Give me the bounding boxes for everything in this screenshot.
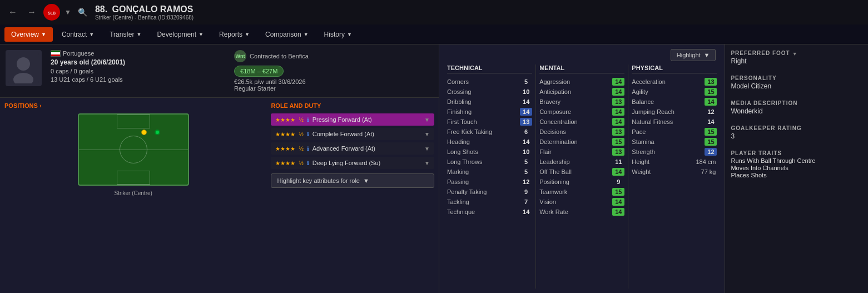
attr-name: Anticipation (539, 88, 612, 95)
attr-value: 15 (705, 138, 717, 146)
attr-row: Jumping Reach12 (632, 107, 717, 117)
attr-row: Natural Fitness14 (632, 117, 717, 127)
info-icon-2[interactable]: ℹ (307, 146, 309, 152)
attr-row: Acceleration13 (632, 77, 717, 87)
contract-info: Wnt Contracted to Benfica €18M – €27M €2… (234, 50, 309, 92)
attr-value: 13 (612, 98, 624, 106)
attr-value: 12 (705, 108, 717, 116)
attr-name: Bravery (539, 98, 612, 105)
role-chevron-2: ▼ (424, 146, 430, 152)
role-item-3[interactable]: ★★★★½ ℹ Deep Lying Forward (Su) ▼ (271, 157, 434, 169)
left-panel: Portuguese 20 years old (20/6/2001) 0 ca… (0, 44, 439, 293)
u21-caps: 13 U21 caps / 6 U21 goals (51, 76, 125, 83)
attr-name: Marking (447, 168, 520, 175)
attr-row: Leadership11 (539, 157, 624, 167)
menu-comparison[interactable]: Comparison ▼ (259, 27, 315, 42)
attr-row: Pace15 (632, 127, 717, 137)
attr-row: Weight77 kg (632, 167, 717, 177)
attr-value: 14 (520, 138, 532, 146)
chevron-down-icon: ▼ (304, 32, 309, 37)
attr-name: Off The Ball (539, 168, 612, 175)
attr-name: Teamwork (539, 188, 612, 195)
technical-attrs: Corners5Crossing10Dribbling14Finishing14… (447, 77, 532, 217)
attr-row: Long Shots10 (447, 147, 532, 157)
highlight-dropdown[interactable]: Highlight ▼ (671, 49, 716, 61)
status-text: Regular Starter (234, 85, 309, 92)
menu-contract[interactable]: Contract ▼ (55, 27, 101, 42)
player-traits-section: PLAYER TRAITS Runs With Ball Through Cen… (731, 150, 862, 178)
right-panel: PREFERRED FOOT ▼ Right PERSONALITY Model… (725, 44, 868, 293)
attr-row: Technique14 (447, 207, 532, 217)
personality-value: Model Citizen (731, 82, 862, 90)
chevron-down-icon: ▼ (199, 32, 204, 37)
attr-name: Positioning (539, 178, 612, 185)
attrs-columns: TECHNICAL Corners5Crossing10Dribbling14F… (444, 64, 720, 289)
attr-name: Dribbling (447, 98, 520, 105)
attr-value: 13 (612, 128, 624, 136)
role-item-1[interactable]: ★★★★½ ℹ Complete Forward (At) ▼ (271, 128, 434, 140)
attr-name: Finishing (447, 108, 520, 115)
attr-row: Determination15 (539, 137, 624, 147)
role-item-0[interactable]: ★★★★½ ℹ Pressing Forward (At) ▼ (271, 113, 434, 126)
attr-value: 10 (520, 88, 532, 96)
menu-development[interactable]: Development ▼ (150, 27, 210, 42)
attr-row: Positioning9 (539, 177, 624, 187)
nationality-text: Portuguese (63, 50, 94, 57)
mental-header: MENTAL (539, 64, 624, 73)
attr-name: Height (632, 158, 683, 165)
attr-value: 14 (520, 98, 532, 106)
chevron-down-icon: ▼ (245, 32, 250, 37)
attr-row: Tackling7 (447, 197, 532, 207)
club-chevron[interactable]: ▼ (65, 8, 71, 16)
attr-name: Composure (539, 108, 612, 115)
attr-name: Natural Fitness (632, 118, 705, 125)
attr-name: Tackling (447, 198, 520, 205)
info-icon-1[interactable]: ℹ (307, 131, 309, 137)
player-header: 88. GONÇALO RAMOS Striker (Centre) - Ben… (95, 4, 194, 21)
info-icon-3[interactable]: ℹ (307, 160, 309, 166)
attr-row: Anticipation14 (539, 87, 624, 97)
attr-row: Height184 cm (632, 157, 717, 167)
personality-section: PERSONALITY Model Citizen (731, 75, 862, 90)
stars-0: ★★★★ (275, 117, 295, 123)
attr-row: Agility15 (632, 87, 717, 97)
attr-row: Aggression14 (539, 77, 624, 87)
traits-label: PLAYER TRAITS (731, 150, 862, 156)
pitch-container (78, 113, 189, 186)
attr-name: Penalty Taking (447, 188, 520, 195)
menu-overview[interactable]: Overview ▼ (4, 27, 53, 42)
forward-button[interactable]: → (24, 6, 39, 18)
attr-value: 5 (520, 78, 532, 86)
role-chevron-1: ▼ (424, 131, 430, 137)
attr-value: 14 (612, 88, 624, 96)
search-icon[interactable]: 🔍 (78, 8, 87, 17)
menu-transfer[interactable]: Transfer ▼ (103, 27, 148, 42)
attr-value: 13 (705, 78, 717, 86)
attr-row: Bravery13 (539, 97, 624, 107)
role-name-2: Advanced Forward (At) (313, 145, 421, 152)
attrs-section: Highlight ▼ TECHNICAL Corners5Crossing10… (439, 44, 725, 293)
info-icon-0[interactable]: ℹ (307, 117, 309, 123)
highlight-key-button[interactable]: Highlight key attributes for role ▼ (271, 173, 434, 188)
nationality-flag (51, 50, 61, 57)
player-bio: Portuguese 20 years old (20/6/2001) 0 ca… (0, 44, 439, 98)
menu-reports[interactable]: Reports ▼ (212, 27, 256, 42)
attr-value: 14 (612, 168, 624, 176)
positions-header[interactable]: POSITIONS › (4, 102, 42, 109)
trait-item: Moves Into Channels (731, 165, 862, 171)
player-age: 20 years old (20/6/2001) (51, 58, 125, 66)
role-item-2[interactable]: ★★★★½ ℹ Advanced Forward (At) ▼ (271, 142, 434, 155)
chevron-down-icon: ▼ (89, 32, 94, 37)
chevron-down-icon: ▼ (792, 51, 797, 57)
physical-attrs: Acceleration13Agility15Balance14Jumping … (632, 77, 717, 177)
attr-value: 14 (612, 108, 624, 116)
attr-row: Strength12 (632, 147, 717, 157)
attr-name: Balance (632, 98, 705, 105)
attr-row: Penalty Taking9 (447, 187, 532, 197)
attr-value: 15 (705, 88, 717, 96)
bio-details: Portuguese 20 years old (20/6/2001) 0 ca… (51, 50, 125, 92)
back-button[interactable]: ← (6, 6, 20, 18)
value-badge: €18M – €27M (234, 66, 284, 77)
role-header: ROLE AND DUTY (271, 102, 434, 109)
menu-history[interactable]: History ▼ (318, 27, 359, 42)
